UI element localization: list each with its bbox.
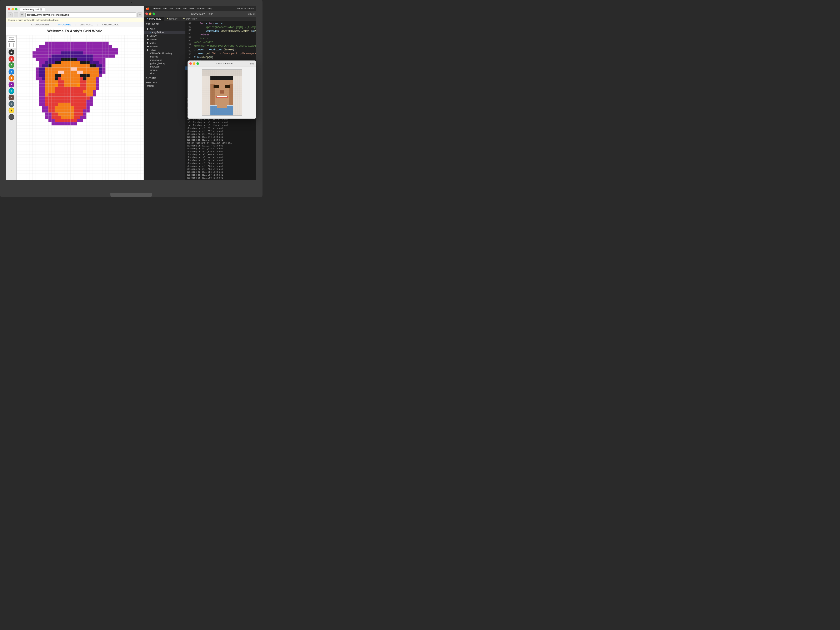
terminal-line: clicking on cell_884 with col: [187, 165, 255, 168]
browser-tab-active[interactable]: write on my ball ×: [20, 7, 45, 11]
folder-music[interactable]: ▶Music: [144, 41, 185, 44]
preview-minimize[interactable]: [193, 62, 196, 65]
color-button-4[interactable]: 4: [8, 75, 14, 81]
menu-tools[interactable]: Tools: [189, 7, 194, 10]
terminal-line: clicking on cell_883 with col: [187, 162, 255, 165]
color-button-7[interactable]: 7: [8, 95, 14, 100]
tab-close-icon[interactable]: ×: [40, 8, 42, 11]
menu-help[interactable]: Help: [207, 7, 212, 10]
bookmark-icon[interactable]: ☆: [137, 13, 142, 17]
color-palette: Current brush: #FFFFFF ◉ 1 2 3 4 5 6 7: [6, 35, 17, 180]
terminal-line: clicking on cell_871 with col: [187, 127, 255, 130]
apple-menu[interactable]: 🍎: [146, 7, 149, 10]
nav-chromaclock[interactable]: CHROMACLOCK: [102, 24, 118, 26]
vscode-minimize[interactable]: [149, 13, 152, 15]
file-pythonhistory[interactable]: .python_history: [144, 62, 185, 65]
new-tab-button[interactable]: +: [46, 7, 50, 11]
terminal-line: clicking on cell_879 with col: [187, 150, 255, 153]
color-button-1[interactable]: 1: [8, 56, 14, 62]
preview-toolbar-icons: ⊞ ⊟: [249, 62, 254, 65]
explorer-header: EXPLORER ···: [144, 21, 185, 27]
folder-public[interactable]: ▶Public: [144, 48, 185, 52]
color-button-minus[interactable]: −: [8, 114, 14, 120]
tab-andygrid[interactable]: andyGrid.py: [144, 17, 164, 21]
clock: Tue Jul 26 2:10 PM: [236, 8, 254, 10]
brush-value: #FFFFFF: [8, 41, 15, 43]
alex-section: ▶ ALEX ● andyGrid.py ▶Library: [144, 27, 185, 76]
terminal-line: clicking on cell_875 with col: [187, 139, 255, 142]
file-mailcap[interactable]: .mailcap: [144, 55, 185, 58]
color-button-2[interactable]: 2: [8, 62, 14, 68]
terminal-line: clicking on cell_882 with col: [187, 159, 255, 162]
preview-maximize[interactable]: [196, 62, 199, 65]
reload-button[interactable]: ↻: [20, 13, 24, 17]
nav-ak-experiments[interactable]: AK EXPERIMENTS: [31, 24, 50, 26]
maximize-button[interactable]: [15, 8, 17, 10]
vscode-title: andyGrid.py — alex: [158, 12, 246, 15]
minimize-button[interactable]: [11, 8, 14, 10]
preview-window: smallContrastAn... ⊞ ⊟: [188, 60, 256, 119]
vscode-close[interactable]: [145, 13, 148, 15]
preview-content: [188, 66, 256, 118]
color-button-8[interactable]: 8: [8, 101, 14, 107]
menu-file[interactable]: File: [163, 7, 167, 10]
folder-pictures[interactable]: ▶Pictures: [144, 44, 185, 48]
current-brush-label: Current brush: #FFFFFF: [7, 36, 16, 48]
tab-label: write on my ball: [23, 8, 38, 11]
preview-traffic-lights: [189, 62, 199, 65]
file-mimetypes[interactable]: .mime.types: [144, 58, 185, 62]
folder-library[interactable]: ▶Library: [144, 34, 185, 38]
vscode-titlebar: andyGrid.py — alex ⊞ ⊟ ⊠: [144, 11, 256, 17]
folder-movies[interactable]: ▶Movies: [144, 38, 185, 41]
preview-titlebar: smallContrastAn... ⊞ ⊟: [188, 61, 256, 66]
menu-go[interactable]: Go: [183, 7, 186, 10]
vscode-traffic-lights: [145, 13, 155, 15]
terminal-line: rel clicking on cell_869 with col: [187, 121, 255, 124]
terminal-line: clicking on cell_874 with col: [187, 136, 255, 139]
terminal-line: ten clicking on cell_870 with col: [187, 124, 255, 127]
tab-andypic[interactable]: andyPic.py: [180, 17, 200, 21]
browser-notice: Chrome is being controlled by automated …: [6, 18, 144, 22]
terminal-line: clicking on cell_881 with col: [187, 156, 255, 159]
color-button-0[interactable]: ◉: [8, 49, 14, 55]
nav-grid-world[interactable]: GRID WORLD: [80, 24, 93, 26]
color-button-5[interactable]: 5: [8, 82, 14, 87]
forward-button[interactable]: ›: [14, 13, 18, 17]
file-viminfo[interactable]: .viminfo: [144, 68, 185, 72]
color-button-6[interactable]: 6: [8, 88, 14, 94]
preview-close[interactable]: [189, 62, 192, 65]
vscode-sidebar: EXPLORER ··· ▶ ALEX ● andyGrid.py: [144, 21, 185, 180]
grid-canvas[interactable]: [17, 35, 144, 180]
terminal-line: clicking on cell_878 with col: [187, 147, 255, 150]
nav-infoglobe[interactable]: INFOGLOBE: [58, 24, 71, 26]
preview-title: smallContrastAn...: [202, 62, 248, 65]
back-button[interactable]: ‹: [8, 13, 13, 17]
terminal-line: clicking on cell_887 with col: [187, 174, 255, 177]
timeline-label: TIMELINE: [144, 80, 185, 84]
alex-folder[interactable]: ▶ ALEX: [144, 27, 185, 31]
close-button[interactable]: [8, 8, 10, 10]
master-label: master: [144, 84, 185, 87]
terminal-line: clicking on cell_872 with col: [187, 130, 255, 133]
webcam: [131, 2, 132, 3]
vscode-maximize[interactable]: [153, 13, 155, 15]
menu-preview[interactable]: Preview: [153, 7, 161, 10]
file-tmux[interactable]: .tmux.conf: [144, 65, 185, 68]
address-bar[interactable]: [25, 13, 136, 17]
color-button-3[interactable]: 3: [8, 69, 14, 74]
file-vimrc[interactable]: .vimrc: [144, 72, 185, 75]
browser-toolbar: ‹ › ↻ ☆: [8, 12, 142, 17]
terminal-line: new clicking on cell_868 with col: [187, 118, 255, 121]
menu-view[interactable]: View: [176, 7, 181, 10]
color-button-9[interactable]: 9: [8, 107, 14, 113]
grid-area: Current brush: #FFFFFF ◉ 1 2 3 4 5 6 7: [6, 35, 144, 180]
browser-tabs: write on my ball × +: [8, 7, 142, 11]
terminal-line: clicking on cell_888 with col: [187, 177, 255, 180]
file-andygrid[interactable]: ● andyGrid.py: [144, 31, 185, 34]
menu-edit[interactable]: Edit: [170, 7, 174, 10]
terminal-line: clicking on cell_886 with col: [187, 171, 255, 174]
menu-window[interactable]: Window: [197, 7, 205, 10]
file-cfusertext[interactable]: .CFUserTextEncoding: [144, 52, 185, 55]
terminal-line: clicking on cell_885 with col: [187, 168, 255, 171]
tab-temp[interactable]: temp.py: [164, 17, 180, 21]
